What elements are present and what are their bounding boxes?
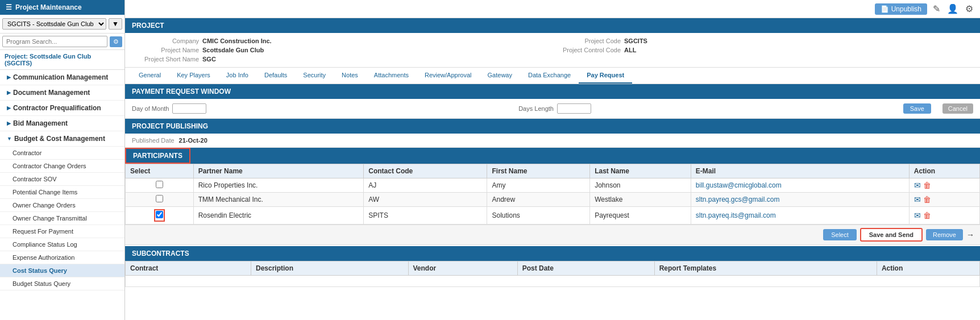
days-length-input[interactable]: [557, 103, 591, 114]
participants-action-bar: Select Save and Send Remove →: [125, 225, 980, 245]
company-value: CMIC Construction Inc.: [202, 38, 272, 44]
settings-icon-button[interactable]: ⚙: [964, 2, 974, 15]
search-row: ⚙: [0, 34, 124, 50]
project-settings-button[interactable]: ▼: [109, 18, 122, 30]
row2-action: ✉ 🗑: [909, 193, 979, 207]
sidebar-item-request-for-payment[interactable]: Request For Payment: [0, 225, 124, 238]
sidebar-item-bid-management[interactable]: ▶ Bid Management: [0, 116, 124, 131]
row1-delete-icon[interactable]: 🗑: [923, 181, 931, 190]
project-code-label: Project Code: [558, 38, 621, 44]
save-and-send-button[interactable]: Save and Send: [860, 228, 923, 242]
day-of-month-group: Day of Month: [132, 103, 206, 114]
project-select-row: SGCITS - Scottsdale Gun Club ▼: [0, 15, 124, 34]
sub-col-report-templates: Report Templates: [654, 261, 877, 276]
project-dropdown[interactable]: SGCITS - Scottsdale Gun Club: [2, 18, 106, 30]
user-icon-button[interactable]: 👤: [946, 2, 960, 15]
sidebar-item-compliance-status-log[interactable]: Compliance Status Log: [0, 238, 124, 251]
tab-data-exchange[interactable]: Data Exchange: [520, 68, 579, 84]
publishing-section: Published Date 21-Oct-20: [125, 134, 980, 148]
sidebar-item-cost-status-query[interactable]: Cost Status Query: [0, 264, 124, 277]
tab-pay-request[interactable]: Pay Request: [579, 68, 632, 84]
row1-action: ✉ 🗑: [909, 178, 979, 193]
sidebar-item-communication-management[interactable]: ▶ Communication Management: [0, 70, 124, 85]
search-button[interactable]: ⚙: [110, 36, 122, 47]
row3-first-name: Solutions: [487, 207, 590, 225]
day-of-month-input[interactable]: [172, 103, 206, 114]
payment-save-button[interactable]: Save: [903, 103, 931, 114]
tab-review-approval[interactable]: Review/Approval: [417, 68, 480, 84]
select-button[interactable]: Select: [823, 229, 857, 240]
main-content: 📄 Unpublish ✎ 👤 ⚙ PROJECT Company CMIC C…: [125, 0, 980, 320]
search-input[interactable]: [2, 36, 107, 47]
remove-button[interactable]: Remove: [926, 229, 963, 240]
project-short-name-value: SGC: [202, 56, 216, 63]
project-short-name-label: Project Short Name: [136, 56, 199, 63]
sidebar-item-owner-change-orders[interactable]: Owner Change Orders: [0, 199, 124, 212]
row1-checkbox[interactable]: [156, 181, 163, 188]
row3-email-link[interactable]: sltn.payreq.its@gmail.com: [696, 211, 776, 219]
col-last-name: Last Name: [590, 164, 691, 178]
sidebar-item-contractor[interactable]: Contractor: [0, 147, 124, 160]
project-name-label: Project Name: [136, 47, 199, 53]
sidebar-item-owner-change-transmittal[interactable]: Owner Change Transmittal: [0, 212, 124, 225]
row3-delete-icon[interactable]: 🗑: [923, 211, 931, 220]
sidebar-title: Project Maintenance: [15, 3, 82, 11]
tab-job-info[interactable]: Job Info: [218, 68, 256, 84]
row1-contact-code: AJ: [364, 178, 487, 193]
company-label: Company: [136, 38, 199, 44]
unpublish-label: Unpublish: [891, 5, 921, 13]
table-row: TMM Mechanical Inc. AW Andrew Westlake s…: [126, 193, 980, 207]
top-bar: 📄 Unpublish ✎ 👤 ⚙: [125, 0, 980, 18]
tab-key-players[interactable]: Key Players: [169, 68, 218, 84]
participants-table: Select Partner Name Contact Code First N…: [125, 164, 980, 225]
day-of-month-label: Day of Month: [132, 105, 169, 112]
row1-email-link[interactable]: bill.gustaw@cmicglobal.com: [696, 181, 782, 189]
row2-delete-icon[interactable]: 🗑: [923, 195, 931, 204]
row2-contact-code: AW: [364, 193, 487, 207]
nav-group-label: Document Management: [13, 89, 90, 97]
row3-email-icon[interactable]: ✉: [914, 211, 921, 220]
sub-col-contract: Contract: [126, 261, 251, 276]
row2-email-link[interactable]: sltn.payreq.gcs@gmail.com: [696, 196, 780, 203]
tabs-row: General Key Players Job Info Defaults Se…: [125, 68, 980, 84]
tab-security[interactable]: Security: [295, 68, 334, 84]
sidebar-header: ☰ Project Maintenance: [0, 0, 124, 15]
sidebar-item-document-management[interactable]: ▶ Document Management: [0, 85, 124, 101]
col-email: E-Mail: [691, 164, 909, 178]
arrow-icon: ▶: [7, 120, 11, 126]
row2-checkbox[interactable]: [156, 195, 163, 202]
sidebar-icon: ☰: [6, 3, 12, 11]
empty-row: [558, 56, 969, 63]
row2-email: sltn.payreq.gcs@gmail.com: [691, 193, 909, 207]
tab-attachments[interactable]: Attachments: [366, 68, 417, 84]
row1-email-icon[interactable]: ✉: [914, 181, 921, 190]
row1-first-name: Amy: [487, 178, 590, 193]
tab-notes[interactable]: Notes: [334, 68, 366, 84]
sidebar-item-expense-authorization[interactable]: Expense Authorization: [0, 251, 124, 264]
payment-cancel-button[interactable]: Cancel: [942, 103, 973, 114]
project-code-row: Project Code SGCITS: [558, 38, 969, 44]
row3-checkbox[interactable]: [156, 211, 163, 218]
sub-col-action: Action: [877, 261, 979, 276]
sidebar-item-budget-status-query[interactable]: Budget Status Query: [0, 277, 124, 290]
published-date-label: Published Date: [132, 137, 175, 144]
sidebar-item-contractor-sov[interactable]: Contractor SOV: [0, 173, 124, 186]
tab-general[interactable]: General: [131, 68, 169, 84]
edit-icon-button[interactable]: ✎: [932, 2, 941, 15]
project-info: Company CMIC Construction Inc. Project C…: [125, 33, 980, 68]
unpublish-icon: 📄: [881, 5, 889, 13]
tab-gateway[interactable]: Gateway: [480, 68, 520, 84]
row1-select-cell: [126, 178, 194, 193]
col-select: Select: [126, 164, 194, 178]
sidebar-item-contractor-prequalification[interactable]: ▶ Contractor Prequalification: [0, 101, 124, 116]
sidebar-item-potential-change-items[interactable]: Potential Change Items: [0, 186, 124, 199]
payment-window: Day of Month Days Length Save Cancel: [125, 99, 980, 119]
sidebar-item-contractor-change-orders[interactable]: Contractor Change Orders: [0, 160, 124, 173]
row2-email-icon[interactable]: ✉: [914, 195, 921, 204]
col-first-name: First Name: [487, 164, 590, 178]
project-code-value: SGCITS: [624, 38, 647, 44]
row3-last-name: Payrequest: [590, 207, 691, 225]
unpublish-button[interactable]: 📄 Unpublish: [875, 3, 927, 15]
tab-defaults[interactable]: Defaults: [256, 68, 295, 84]
sidebar-item-budget-cost-management[interactable]: ▼ Budget & Cost Management: [0, 131, 124, 147]
